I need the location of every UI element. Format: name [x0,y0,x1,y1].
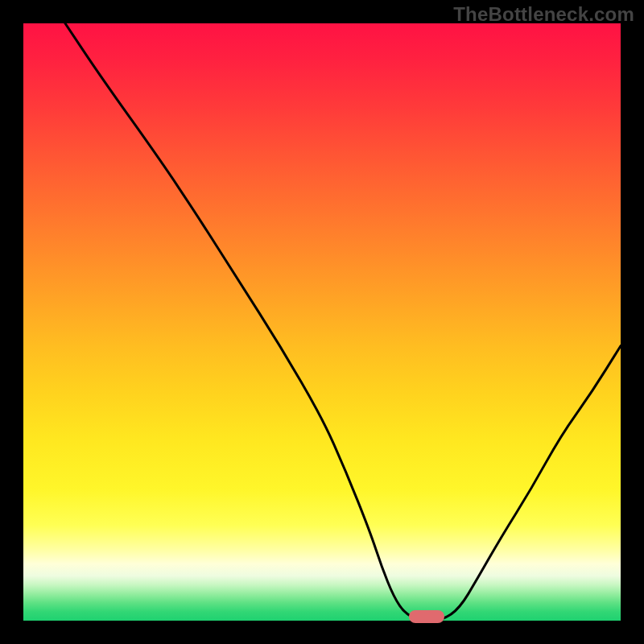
bottleneck-curve [65,23,621,621]
watermark-label: TheBottleneck.com [453,3,634,26]
curve-layer [23,23,621,621]
optimal-marker [409,610,445,623]
plot-area [23,23,621,621]
chart-frame: TheBottleneck.com [0,0,644,644]
